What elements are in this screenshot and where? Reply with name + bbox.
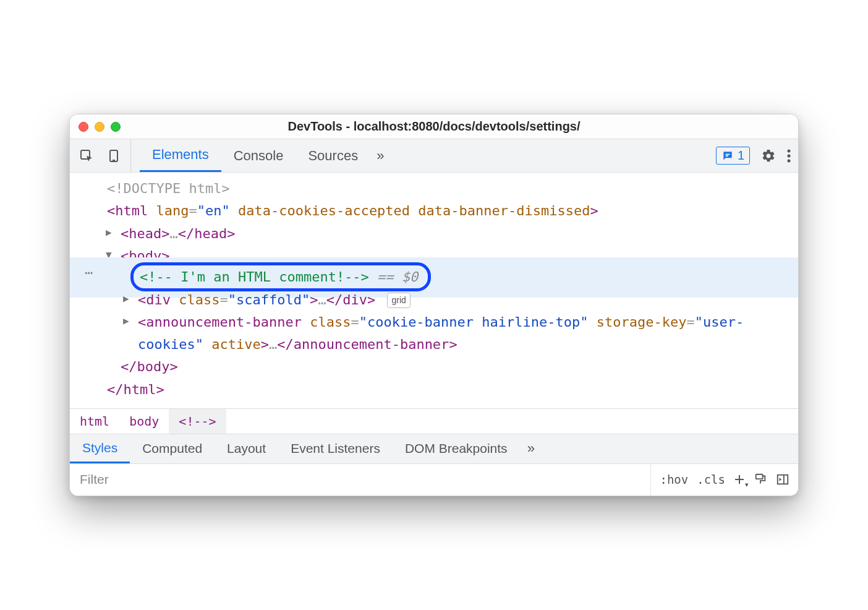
svg-rect-4 [726, 155, 728, 157]
new-style-rule-icon[interactable]: ▾ [734, 474, 745, 485]
subtab-dom-breakpoints[interactable]: DOM Breakpoints [393, 434, 520, 463]
dom-line-div-scaffold[interactable]: ▶ <div class="scaffold">…</div> grid [70, 289, 798, 311]
attr-name: active [211, 337, 260, 352]
dom-line-html-close[interactable]: </html> [70, 379, 798, 401]
dom-tree[interactable]: <!DOCTYPE html> <html lang="en" data-coo… [70, 173, 798, 408]
tag-name: announcement-banner [294, 337, 449, 352]
tab-console[interactable]: Console [221, 139, 296, 172]
dom-line-html-open[interactable]: <html lang="en" data-cookies-accepted da… [70, 200, 798, 222]
issues-count: 1 [738, 148, 744, 163]
breadcrumb-item-active[interactable]: <!--> [169, 409, 226, 434]
tag-name: body [137, 359, 170, 374]
window-title: DevTools - localhost:8080/docs/devtools/… [70, 119, 798, 134]
selection-marker: == $0 [369, 269, 418, 285]
subtab-layout[interactable]: Layout [215, 434, 278, 463]
issues-button[interactable]: 1 [716, 147, 750, 165]
panel-collapse-icon[interactable] [776, 473, 789, 486]
tag-name: div [146, 292, 171, 307]
dom-line-announcement-banner[interactable]: ▶ <announcement-banner class="cookie-ban… [70, 311, 798, 356]
window-controls [79, 122, 121, 132]
filter-input[interactable] [70, 464, 650, 496]
tabs-overflow-button[interactable]: » [370, 139, 390, 172]
html-comment: <!-- I'm an HTML comment!--> [140, 269, 369, 285]
zoom-window-button[interactable] [111, 122, 121, 132]
subtab-computed[interactable]: Computed [130, 434, 215, 463]
paint-icon[interactable] [754, 473, 767, 486]
subtabs-overflow-button[interactable]: » [520, 434, 542, 463]
subtab-event-listeners[interactable]: Event Listeners [278, 434, 393, 463]
device-toggle-icon[interactable] [104, 147, 123, 165]
breadcrumb-item[interactable]: html [70, 409, 119, 434]
tab-elements[interactable]: Elements [140, 139, 221, 172]
attr-name: class [310, 314, 351, 330]
dom-line-body-close[interactable]: </body> [70, 356, 798, 378]
svg-point-7 [788, 159, 791, 162]
styles-filter-bar: :hov .cls ▾ [70, 463, 798, 496]
inspect-element-icon[interactable] [77, 147, 96, 165]
attr-name: data-cookies-accepted data-banner-dismis… [238, 203, 590, 218]
styles-tabs: Styles Computed Layout Event Listeners D… [70, 434, 798, 463]
grid-badge[interactable]: grid [387, 293, 410, 308]
tag-name: html [115, 203, 148, 218]
ellipsis: … [169, 226, 177, 241]
subtab-styles[interactable]: Styles [70, 434, 130, 463]
svg-rect-3 [726, 153, 730, 155]
chat-icon [721, 150, 734, 162]
svg-point-6 [788, 154, 791, 157]
panel-tabs: Elements Console Sources [140, 139, 370, 172]
hov-toggle[interactable]: :hov [660, 473, 688, 486]
svg-point-5 [788, 149, 791, 152]
more-menu-icon[interactable] [787, 149, 791, 163]
attr-value: "scaffold" [228, 292, 310, 307]
breadcrumb: html body <!--> [70, 408, 798, 434]
tag-name: div [343, 292, 367, 307]
main-toolbar: Elements Console Sources » 1 [70, 139, 798, 173]
close-window-button[interactable] [79, 122, 88, 132]
expand-arrow-icon[interactable]: ▶ [123, 291, 129, 307]
tag-name: head [194, 226, 227, 241]
tag-name: head [129, 226, 161, 241]
expand-arrow-icon[interactable]: ▶ [106, 225, 112, 241]
attr-value: "cookie-banner hairline-top" [359, 314, 589, 330]
settings-icon[interactable] [761, 148, 776, 163]
window-titlebar: DevTools - localhost:8080/docs/devtools/… [70, 114, 798, 139]
highlight-annotation: <!-- I'm an HTML comment!--> == $0 [130, 262, 431, 291]
devtools-window: DevTools - localhost:8080/docs/devtools/… [69, 114, 799, 496]
attr-name: class [179, 292, 219, 307]
dom-line-doctype[interactable]: <!DOCTYPE html> [70, 178, 798, 200]
expand-arrow-icon[interactable]: ▶ [123, 313, 129, 329]
tag-name: html [124, 382, 156, 397]
breadcrumb-item[interactable]: body [119, 409, 169, 434]
svg-rect-10 [756, 475, 763, 479]
tab-sources[interactable]: Sources [296, 139, 370, 172]
minimize-window-button[interactable] [95, 122, 104, 132]
cls-toggle[interactable]: .cls [697, 473, 725, 486]
dom-line-head[interactable]: ▶ <head>…</head> [70, 223, 798, 245]
ellipsis: … [269, 337, 277, 352]
svg-rect-11 [778, 475, 788, 484]
attr-value: "en" [197, 203, 230, 218]
attr-name: lang [156, 203, 189, 218]
attr-name: storage-key [597, 314, 687, 330]
tag-name: announcement-banner [146, 314, 302, 330]
ellipsis: … [318, 292, 326, 307]
